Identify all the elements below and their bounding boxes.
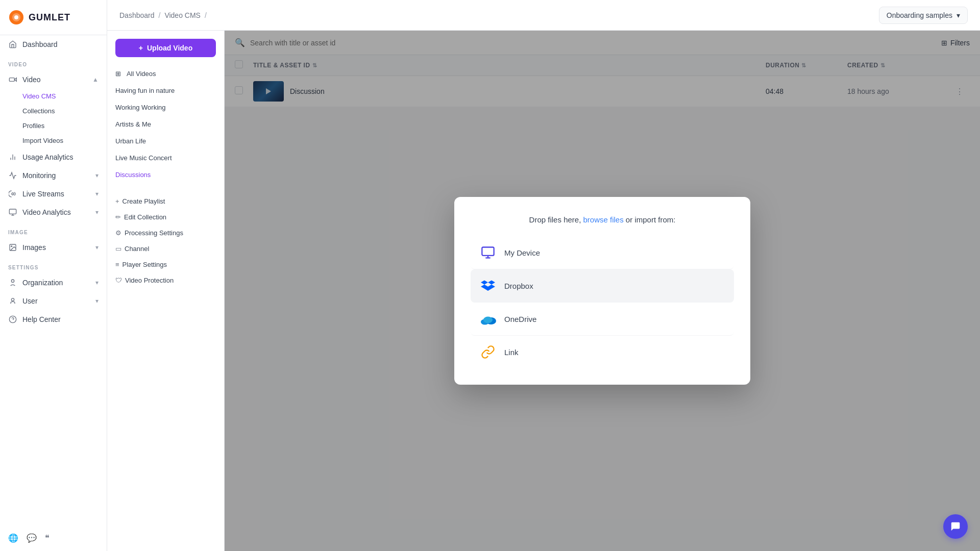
sidebar-item-dashboard[interactable]: Dashboard	[0, 35, 107, 54]
help-icon	[8, 315, 17, 324]
panel-item-all-videos[interactable]: ⊞ All Videos	[107, 65, 224, 82]
sidebar-item-monitoring[interactable]: Monitoring ▾	[0, 166, 107, 185]
panel-item-urban[interactable]: Urban Life	[107, 133, 224, 149]
my-device-label: My Device	[504, 248, 540, 257]
workspace-selector[interactable]: Onboarding samples ▾	[879, 7, 968, 24]
user-icon	[8, 296, 17, 306]
sidebar-item-help[interactable]: Help Center	[0, 310, 107, 329]
home-icon	[8, 40, 17, 49]
sidebar-item-collections[interactable]: Collections	[0, 104, 107, 118]
working-label: Working Working	[115, 104, 166, 111]
profiles-label: Profiles	[22, 122, 44, 130]
sidebar-item-organization[interactable]: Organization ▾	[0, 273, 107, 292]
panel-action-edit-collection[interactable]: ✏ Edit Collection	[107, 209, 224, 225]
breadcrumb-sep-1: /	[159, 11, 161, 19]
edit-collection-icon: ✏	[115, 213, 121, 221]
video-icon	[8, 75, 17, 84]
modal-overlay[interactable]: Drop files here, browse files or import …	[225, 31, 980, 551]
create-playlist-icon: +	[115, 197, 119, 205]
analytics-icon	[8, 153, 17, 162]
chat-button[interactable]	[943, 514, 968, 539]
modal-option-my-device[interactable]: My Device	[471, 236, 734, 269]
monitoring-chevron: ▾	[95, 172, 99, 179]
panel-action-player-settings[interactable]: ≡ Player Settings	[107, 257, 224, 272]
device-option-icon	[479, 243, 497, 262]
panel-item-artists[interactable]: Artists & Me	[107, 116, 224, 133]
channel-label: Channel	[125, 245, 149, 253]
svg-rect-18	[482, 247, 494, 256]
svg-point-8	[12, 193, 14, 195]
panel-item-discussions[interactable]: Discussions	[107, 166, 224, 183]
images-chevron: ▾	[95, 244, 99, 251]
player-settings-label: Player Settings	[122, 261, 167, 268]
video-protection-icon: 🛡	[115, 277, 122, 284]
panel-action-channel[interactable]: ▭ Channel	[107, 241, 224, 257]
sidebar-item-video[interactable]: Video ▲	[0, 70, 107, 89]
sidebar-item-usage-analytics[interactable]: Usage Analytics	[0, 148, 107, 166]
urban-label: Urban Life	[115, 137, 146, 145]
images-label: Images	[22, 243, 46, 252]
panel-item-live-music[interactable]: Live Music Concert	[107, 149, 224, 166]
edit-collection-label: Edit Collection	[124, 213, 166, 221]
onedrive-label: OneDrive	[504, 315, 536, 323]
sidebar-item-images[interactable]: Images ▾	[0, 238, 107, 257]
modal-option-link[interactable]: Link	[471, 336, 734, 368]
logo-text: GUMLET	[29, 12, 70, 23]
discussions-label: Discussions	[115, 171, 151, 179]
create-playlist-label: Create Playlist	[122, 197, 165, 205]
sidebar-item-video-analytics[interactable]: Video Analytics ▾	[0, 203, 107, 221]
logo: GUMLET	[0, 0, 107, 35]
modal-option-onedrive[interactable]: OneDrive	[471, 303, 734, 336]
panel-action-create-playlist[interactable]: + Create Playlist	[107, 193, 224, 209]
video-cms-label: Video CMS	[22, 92, 56, 100]
player-settings-icon: ≡	[115, 261, 119, 268]
all-videos-icon: ⊞	[115, 70, 121, 78]
video-analytics-chevron: ▾	[95, 209, 99, 216]
settings-section-label: SETTINGS	[0, 257, 107, 273]
quote-icon[interactable]: ❝	[45, 533, 50, 543]
chat-sidebar-icon[interactable]: 💬	[27, 533, 37, 543]
svg-point-14	[11, 280, 14, 282]
artists-label: Artists & Me	[115, 120, 151, 128]
panel-action-video-protection[interactable]: 🛡 Video Protection	[107, 272, 224, 288]
svg-point-13	[11, 246, 12, 247]
logo-icon	[8, 9, 24, 26]
dropbox-option-icon	[479, 277, 497, 295]
upload-modal: Drop files here, browse files or import …	[454, 197, 750, 385]
link-label: Link	[504, 348, 519, 357]
breadcrumb-video-cms[interactable]: Video CMS	[164, 11, 201, 19]
browse-files-link[interactable]: browse files	[583, 215, 624, 224]
sidebar-item-import-videos[interactable]: Import Videos	[0, 133, 107, 148]
user-label: User	[22, 297, 38, 305]
upload-plus-icon: +	[139, 44, 143, 52]
sidebar-item-live-streams[interactable]: Live Streams ▾	[0, 185, 107, 203]
main-area: Dashboard / Video CMS / Onboarding sampl…	[107, 0, 980, 551]
live-music-label: Live Music Concert	[115, 154, 172, 162]
breadcrumb: Dashboard / Video CMS /	[119, 11, 207, 19]
chat-button-icon	[950, 521, 961, 532]
dropbox-label: Dropbox	[504, 282, 533, 290]
svg-point-15	[11, 298, 14, 301]
processing-settings-icon: ⚙	[115, 229, 121, 237]
org-chevron: ▾	[95, 279, 99, 286]
video-chevron: ▲	[92, 76, 99, 83]
live-streams-chevron: ▾	[95, 190, 99, 197]
collections-label: Collections	[22, 107, 55, 115]
svg-point-23	[483, 317, 493, 323]
sidebar-item-user[interactable]: User ▾	[0, 292, 107, 310]
organization-label: Organization	[22, 279, 63, 287]
sidebar-item-video-cms[interactable]: Video CMS	[0, 89, 107, 104]
upload-video-button[interactable]: + Upload Video	[115, 39, 216, 57]
panel-item-having-fun[interactable]: Having fun in nature	[107, 82, 224, 99]
workspace-chevron: ▾	[957, 11, 960, 19]
having-fun-label: Having fun in nature	[115, 87, 175, 94]
panel-item-working[interactable]: Working Working	[107, 99, 224, 116]
panel-action-processing-settings[interactable]: ⚙ Processing Settings	[107, 225, 224, 241]
breadcrumb-dashboard[interactable]: Dashboard	[119, 11, 155, 19]
user-chevron: ▾	[95, 297, 99, 305]
modal-option-dropbox[interactable]: Dropbox	[471, 269, 734, 303]
globe-icon[interactable]: 🌐	[8, 533, 18, 543]
sidebar-item-profiles[interactable]: Profiles	[0, 118, 107, 133]
video-label: Video	[22, 76, 41, 84]
content-wrapper: + Upload Video ⊞ All Videos Having fun i…	[107, 31, 980, 551]
